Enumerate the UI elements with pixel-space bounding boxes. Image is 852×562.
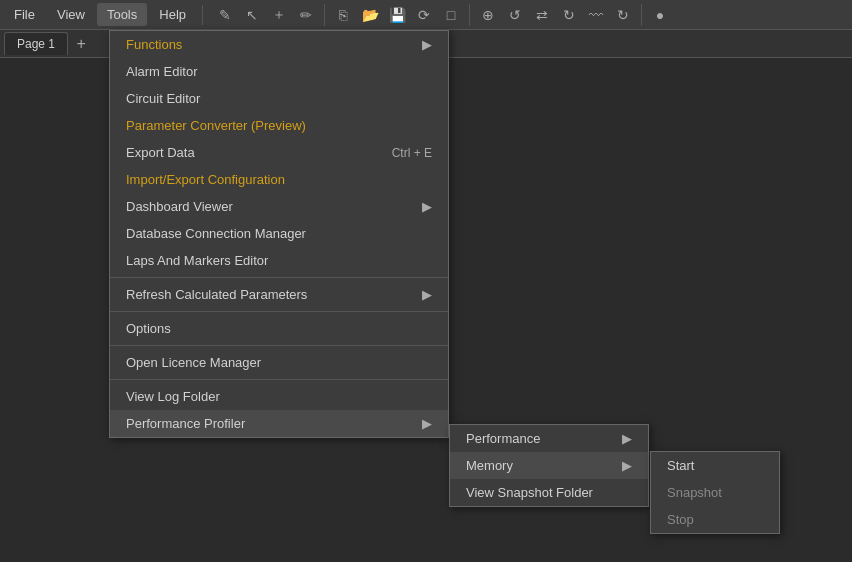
toolbar-edit-icon[interactable]: ✏ (294, 3, 318, 27)
menu-item-options[interactable]: Options (110, 315, 448, 342)
menu-item-circuit-label: Circuit Editor (126, 91, 200, 106)
submenu-snapshot2-label: Snapshot (667, 485, 722, 500)
tab-page1[interactable]: Page 1 (4, 32, 68, 55)
toolbar-refresh-icon[interactable]: ↺ (503, 3, 527, 27)
menu-item-import-export[interactable]: Import/Export Configuration (110, 166, 448, 193)
performance-profiler-submenu[interactable]: Performance ▶ Memory ▶ View Snapshot Fol… (449, 424, 649, 507)
menu-item-param-label: Parameter Converter (Preview) (126, 118, 306, 133)
menu-item-db-label: Database Connection Manager (126, 226, 306, 241)
submenu-item-view-snapshot[interactable]: View Snapshot Folder (450, 479, 648, 506)
menu-item-export-label: Export Data (126, 145, 195, 160)
menu-sep-1 (110, 277, 448, 278)
menu-item-refresh-label: Refresh Calculated Parameters (126, 287, 307, 302)
submenu-stop-label: Stop (667, 512, 694, 527)
menu-item-functions[interactable]: Functions ▶ (110, 31, 448, 58)
menu-help[interactable]: Help (149, 3, 196, 26)
menu-item-export-data[interactable]: Export Data Ctrl + E (110, 139, 448, 166)
menu-sep-3 (110, 345, 448, 346)
menu-item-licence-label: Open Licence Manager (126, 355, 261, 370)
toolbar-wave-icon[interactable]: 〰 (584, 3, 608, 27)
toolbar-rotate-icon[interactable]: ↻ (557, 3, 581, 27)
menu-item-refresh-params[interactable]: Refresh Calculated Parameters ▶ (110, 281, 448, 308)
toolbar-cycle-icon[interactable]: ↻ (611, 3, 635, 27)
menu-file[interactable]: File (4, 3, 45, 26)
submenu-item-start[interactable]: Start (651, 452, 779, 479)
toolbar-square-icon[interactable]: □ (439, 3, 463, 27)
menu-item-options-label: Options (126, 321, 171, 336)
menu-item-open-licence[interactable]: Open Licence Manager (110, 349, 448, 376)
toolbar-plus-icon[interactable]: ＋ (267, 3, 291, 27)
menu-item-performance-profiler[interactable]: Performance Profiler ▶ (110, 410, 448, 437)
menu-item-dashboard-viewer[interactable]: Dashboard Viewer ▶ (110, 193, 448, 220)
profiler-arrow-icon: ▶ (422, 416, 432, 431)
menu-item-view-log[interactable]: View Log Folder (110, 383, 448, 410)
toolbar-copy-icon[interactable]: ⎘ (331, 3, 355, 27)
menu-item-alarm-editor[interactable]: Alarm Editor (110, 58, 448, 85)
toolbar-pencil-icon[interactable]: ✎ (213, 3, 237, 27)
export-data-shortcut: Ctrl + E (392, 146, 432, 160)
menu-item-laps-markers[interactable]: Laps And Markers Editor (110, 247, 448, 274)
toolbar-open-icon[interactable]: 📂 (358, 3, 382, 27)
menu-bar: File View Tools Help ✎ ↖ ＋ ✏ ⎘ 📂 💾 ⟳ □ ⊕… (0, 0, 852, 30)
menu-item-functions-label: Functions (126, 37, 182, 52)
menu-tools[interactable]: Tools (97, 3, 147, 26)
menu-item-importexport-label: Import/Export Configuration (126, 172, 285, 187)
menu-sep-4 (110, 379, 448, 380)
menu-view[interactable]: View (47, 3, 95, 26)
menu-sep-2 (110, 311, 448, 312)
menu-item-circuit-editor[interactable]: Circuit Editor (110, 85, 448, 112)
menu-item-param-converter[interactable]: Parameter Converter (Preview) (110, 112, 448, 139)
toolbar-sep-2 (469, 4, 470, 26)
refresh-arrow-icon: ▶ (422, 287, 432, 302)
toolbar-arrows-icon[interactable]: ⇄ (530, 3, 554, 27)
tab-page1-label: Page 1 (17, 37, 55, 51)
toolbar-sep-1 (324, 4, 325, 26)
toolbar-save-icon[interactable]: 💾 (385, 3, 409, 27)
submenu-item-stop: Stop (651, 506, 779, 533)
memory-submenu[interactable]: Start Snapshot Stop (650, 451, 780, 534)
tab-add-button[interactable]: + (70, 33, 92, 55)
functions-arrow-icon: ▶ (422, 37, 432, 52)
menu-item-viewlog-label: View Log Folder (126, 389, 220, 404)
submenu-start-label: Start (667, 458, 694, 473)
submenu-item-memory[interactable]: Memory ▶ (450, 452, 648, 479)
submenu-item-performance[interactable]: Performance ▶ (450, 425, 648, 452)
dashboard-arrow-icon: ▶ (422, 199, 432, 214)
toolbar-sep-3 (641, 4, 642, 26)
menu-bar-separator (202, 5, 203, 25)
submenu-performance-label: Performance (466, 431, 540, 446)
menu-item-profiler-label: Performance Profiler (126, 416, 245, 431)
performance-arrow-icon: ▶ (622, 431, 632, 446)
toolbar-zoom-icon[interactable]: ⊕ (476, 3, 500, 27)
memory-arrow-icon: ▶ (622, 458, 632, 473)
toolbar-undo-icon[interactable]: ⟳ (412, 3, 436, 27)
tools-menu-dropdown[interactable]: Functions ▶ Alarm Editor Circuit Editor … (109, 30, 449, 438)
menu-item-db-connection[interactable]: Database Connection Manager (110, 220, 448, 247)
menu-item-alarm-label: Alarm Editor (126, 64, 198, 79)
menu-item-dashboard-label: Dashboard Viewer (126, 199, 233, 214)
menu-item-laps-label: Laps And Markers Editor (126, 253, 268, 268)
toolbar-cursor-icon[interactable]: ↖ (240, 3, 264, 27)
submenu-memory-label: Memory (466, 458, 513, 473)
submenu-item-snapshot: Snapshot (651, 479, 779, 506)
toolbar-dot-icon[interactable]: ● (648, 3, 672, 27)
submenu-snapshot-label: View Snapshot Folder (466, 485, 593, 500)
